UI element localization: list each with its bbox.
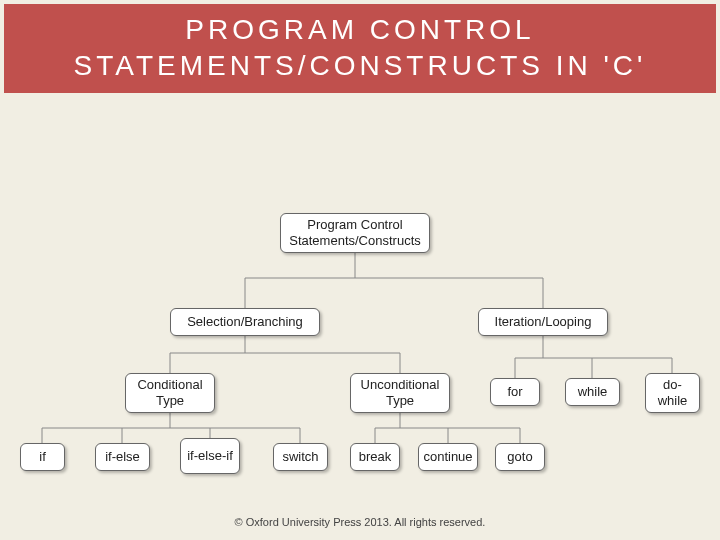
- hierarchy-diagram: Program Control Statements/Constructs Se…: [0, 123, 720, 503]
- node-if-else-if: if-else-if: [180, 438, 240, 474]
- footer-copyright: © Oxford University Press 2013. All righ…: [0, 516, 720, 528]
- node-if: if: [20, 443, 65, 471]
- node-for: for: [490, 378, 540, 406]
- node-iteration-looping: Iteration/Looping: [478, 308, 608, 336]
- node-conditional-type: Conditional Type: [125, 373, 215, 413]
- node-while: while: [565, 378, 620, 406]
- node-selection-branching: Selection/Branching: [170, 308, 320, 336]
- node-if-else: if-else: [95, 443, 150, 471]
- node-do-while: do-while: [645, 373, 700, 413]
- node-break: break: [350, 443, 400, 471]
- node-switch: switch: [273, 443, 328, 471]
- node-continue: continue: [418, 443, 478, 471]
- node-goto: goto: [495, 443, 545, 471]
- node-unconditional-type: Unconditional Type: [350, 373, 450, 413]
- node-root: Program Control Statements/Constructs: [280, 213, 430, 253]
- slide-title: PROGRAM CONTROL STATEMENTS/CONSTRUCTS IN…: [4, 4, 716, 93]
